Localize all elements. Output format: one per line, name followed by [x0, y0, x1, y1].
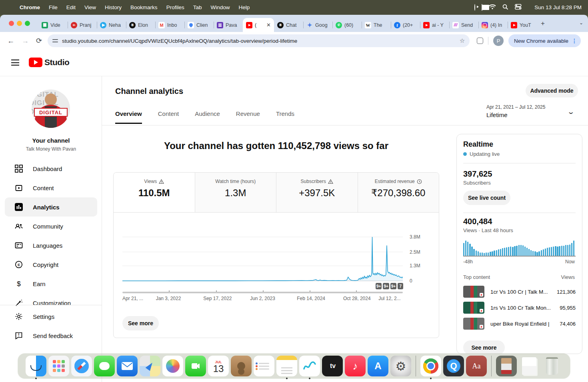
menubar-item-bookmarks[interactable]: Bookmarks [126, 4, 162, 10]
bookmark-star-icon[interactable]: ☆ [460, 37, 465, 44]
sidebar-item-analytics[interactable]: Analytics [5, 197, 97, 217]
tab-search-chevron-icon[interactable]: ⌄ [579, 20, 583, 26]
spotlight-search-icon[interactable] [502, 4, 508, 11]
menubar-item-window[interactable]: Window [206, 4, 234, 10]
tab-content[interactable]: Content [158, 110, 179, 124]
tab-trends[interactable]: Trends [276, 110, 294, 124]
dock-messages-icon[interactable] [94, 356, 115, 376]
realtime-see-more-button[interactable]: See more [463, 340, 505, 354]
browser-tab-ai - Y[interactable]: ai - Y [420, 18, 449, 32]
sidebar-item-languages[interactable]: Languages [5, 236, 97, 255]
dock-maps-icon[interactable] [140, 356, 160, 376]
browser-tab-The[interactable]: WThe [362, 18, 391, 32]
dock-freeform-icon[interactable] [299, 356, 320, 376]
dock-contacts-icon[interactable] [231, 356, 252, 376]
metric-card-watch-time-hours-[interactable]: Watch time (hours)1.3M [195, 173, 276, 212]
menu-hamburger-icon[interactable] [11, 60, 19, 66]
menubar-item-profiles[interactable]: Profiles [162, 4, 189, 10]
menubar-item-file[interactable]: File [44, 4, 62, 10]
dock-mail-icon[interactable] [117, 356, 138, 376]
tab-revenue[interactable]: Revenue [236, 110, 260, 124]
browser-tab-(20+[interactable]: f(20+ [391, 18, 420, 32]
chart-event-badges[interactable]: 9+9+9+7 [376, 283, 403, 289]
chart-zoom-strip[interactable] [122, 292, 403, 293]
menubar-item-edit[interactable]: Edit [62, 4, 80, 10]
extensions-icon[interactable] [477, 38, 483, 44]
browser-tab-Pranj[interactable]: inPranj [68, 18, 97, 32]
lifetime-views-chart[interactable] [122, 225, 403, 292]
control-center-icon[interactable] [515, 4, 522, 11]
tab-overview[interactable]: Overview [115, 110, 142, 124]
menubar-item-tab[interactable]: Tab [189, 4, 206, 10]
browser-tab-Neha[interactable]: Neha [97, 18, 126, 32]
menubar-item-view[interactable]: View [80, 4, 100, 10]
period-selector[interactable]: Lifetime [486, 111, 508, 118]
dock-calendar-icon[interactable]: JUL13 [208, 356, 229, 376]
browser-tab-Elon[interactable]: ✳Elon [126, 18, 155, 32]
wifi-icon[interactable] [489, 4, 496, 11]
event-badge[interactable]: 9+ [383, 283, 389, 289]
battery-icon[interactable] [482, 4, 482, 10]
dock-photofile-icon[interactable] [496, 356, 517, 376]
chevron-down-icon[interactable]: ⌄ [567, 108, 575, 115]
metric-card-subscribers[interactable]: Subscribers+397.5K [276, 173, 358, 212]
reload-button[interactable]: ⟳ [36, 36, 42, 45]
menubar-item-help[interactable]: Help [234, 4, 254, 10]
browser-tab-Vide[interactable]: Vide [38, 18, 68, 32]
window-close-button[interactable] [9, 21, 14, 26]
dock-facetime-icon[interactable] [185, 356, 206, 376]
dock-finder-icon[interactable] [26, 356, 46, 376]
dock-appstore-icon[interactable]: A [368, 356, 388, 376]
browser-menu-icon[interactable]: ⋮ [572, 38, 577, 44]
metric-card-estimated-revenue[interactable]: Estimated revenue₹270,398.60 [358, 173, 439, 212]
window-zoom-button[interactable] [25, 21, 30, 26]
media-play-icon[interactable] [474, 4, 475, 10]
browser-tab-Chat[interactable]: ✳Chat [274, 18, 303, 32]
dock-appletv-icon[interactable]: tv [322, 356, 343, 376]
sidebar-item-settings[interactable]: Settings [5, 307, 97, 326]
metric-card-views[interactable]: Views110.5M [114, 173, 195, 212]
sidebar-item-earn[interactable]: $Earn [5, 274, 97, 293]
see-live-count-button[interactable]: See live count [463, 191, 510, 205]
dock-launchpad-icon[interactable] [48, 356, 69, 376]
browser-tab-Clien[interactable]: Clien [184, 18, 214, 32]
dock-settings-icon[interactable]: ⚙ [390, 356, 411, 376]
dock-document-icon[interactable] [519, 356, 540, 376]
browser-tab-Goog[interactable]: ✦Goog [303, 18, 332, 32]
dock-dictionary-icon[interactable]: Aa [466, 356, 487, 376]
top-content-row[interactable]: 1cr Vs 100 Cr | Talk M...121,306 [463, 285, 576, 298]
dock-reminders-icon[interactable] [254, 356, 274, 376]
site-settings-icon[interactable] [52, 38, 58, 43]
dock-notes-icon[interactable] [276, 356, 297, 376]
browser-tab-Pava[interactable]: Pava [214, 18, 243, 32]
event-badge[interactable]: 9+ [390, 283, 396, 289]
dock-music-icon[interactable]: ♪ [345, 356, 366, 376]
dock-chrome-icon[interactable] [420, 356, 441, 376]
sidebar-item-community[interactable]: Community [5, 217, 97, 236]
top-content-row[interactable]: 1rs Vs 100 Cr Talk Mon...95,955 [463, 301, 576, 314]
browser-tab-([interactable]: (✕ [243, 18, 274, 32]
sidebar-item-content[interactable]: Content [5, 178, 97, 197]
browser-tab-Inbo[interactable]: MInbo [155, 18, 184, 32]
browser-profile-avatar[interactable]: P [493, 36, 504, 46]
see-more-button[interactable]: See more [122, 316, 159, 330]
chrome-update-pill[interactable]: New Chrome available ⋮ [508, 34, 581, 47]
channel-profile-photo[interactable]: DIGITAL DIGITAL DIGITAL DIGITAL [32, 90, 70, 128]
browser-tab-(60)[interactable]: ✆(60) [332, 18, 362, 32]
tab-audience[interactable]: Audience [195, 110, 220, 124]
dock-safari-icon[interactable] [71, 356, 92, 376]
event-badge[interactable]: 7 [398, 283, 403, 289]
browser-tab-YouT[interactable]: YouT [508, 18, 537, 32]
dock-quicktime-icon[interactable] [443, 356, 464, 376]
sidebar-item-copyright[interactable]: cCopyright [5, 255, 97, 274]
sidebar-item-send-feedback[interactable]: !Send feedback [5, 326, 97, 345]
top-content-row[interactable]: uper Bike Royal Enfield | ...74,406 [463, 317, 576, 330]
sidebar-item-dashboard[interactable]: Dashboard [5, 159, 97, 178]
dock-trash-icon[interactable] [542, 356, 562, 376]
menubar-item-history[interactable]: History [100, 4, 126, 10]
tab-close-icon[interactable]: ✕ [266, 22, 271, 28]
address-bar[interactable]: studio.youtube.com/channel/UCqpdVWIzEQUc… [48, 34, 470, 47]
youtube-studio-logo[interactable]: Studio [29, 58, 69, 67]
new-tab-button[interactable]: + [541, 20, 545, 28]
browser-tab-Send[interactable]: ///Send [449, 18, 478, 32]
